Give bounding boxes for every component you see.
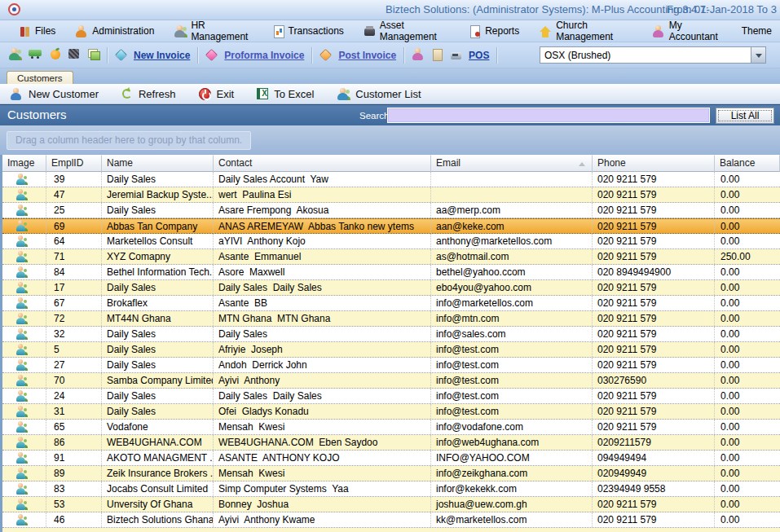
table-row[interactable]: 32Daily SalesDaily Salesinfo@sales.com02…: [2, 327, 780, 342]
customer-avatar-icon: [15, 282, 29, 294]
cell-emplid: 84: [46, 265, 102, 279]
cell-emplid: 64: [46, 234, 102, 248]
menu-item-files[interactable]: Files: [11, 23, 64, 40]
dropdown-button[interactable]: [751, 47, 765, 63]
table-row[interactable]: 64Marketellos ConsultaYIVI Anthony Kojoa…: [2, 234, 780, 249]
table-row[interactable]: 5Daily SalesAfriyie Josephinfo@test.com0…: [2, 342, 780, 358]
accountant-person-button[interactable]: [412, 48, 425, 63]
table-row[interactable]: 84Bethel Information Tech...Asore Maxwel…: [2, 265, 780, 280]
table-row[interactable]: 86WEB4UGHANA.COMWEB4UGHANA.COM Eben Sayd…: [2, 435, 780, 451]
page-title: Customers: [7, 108, 67, 121]
cards-button[interactable]: [87, 48, 99, 62]
table-row[interactable]: 39Daily SalesDaily Sales Account Yaw020 …: [2, 172, 780, 187]
menu-item-church-management[interactable]: Church Management: [531, 17, 641, 45]
table-row[interactable]: 27Daily SalesAndoh Derrick Johninfo@test…: [2, 358, 780, 373]
customer-avatar-icon: [15, 437, 29, 449]
refresh-button[interactable]: Refresh: [121, 88, 176, 100]
cell-phone: 020 9211 579: [593, 327, 715, 341]
table-row[interactable]: 72MT44N GhanaMTN Ghana MTN Ghanainfo@mtn…: [2, 311, 780, 327]
cell-image: [2, 296, 46, 310]
table-row[interactable]: 65VodafoneMensah Kwesiinfo@vodafone.com0…: [2, 420, 780, 435]
cell-image: [2, 234, 46, 248]
table-row-selected[interactable]: 69Abbas Tan CompanyANAS AREMEYAW Abbas T…: [2, 218, 780, 234]
sort-ascending-icon: [579, 162, 585, 166]
group-by-drop-zone[interactable]: Drag a column header here to group by th…: [7, 131, 251, 150]
toolbar-link-label: New Invoice: [134, 50, 190, 61]
list-all-button[interactable]: List All: [716, 108, 774, 124]
cell-email: ebo4you@yahoo.com: [431, 280, 593, 295]
cell-phone: 020 9211 579: [593, 187, 715, 202]
menu-item-reports[interactable]: Reports: [461, 23, 527, 40]
column-header-image[interactable]: Image: [2, 155, 46, 172]
table-row[interactable]: 70Samba Company LimitedAyivi Anthonyinfo…: [2, 373, 780, 389]
table-row[interactable]: 89Zeik Insurance Brokers ...Mensah Kwesi…: [2, 466, 780, 481]
menu-item-label: Theme: [742, 25, 772, 37]
table-row[interactable]: 47Jeremial Backup Syste...wert Paulina E…: [2, 187, 780, 203]
add-customer-button[interactable]: [8, 48, 21, 63]
post-invoice-button[interactable]: Post Invoice: [319, 50, 396, 61]
table-row[interactable]: 25Daily SalesAsare Frempong Akosuaaa@mer…: [2, 203, 780, 218]
menu-item-label: Asset Management: [380, 20, 450, 42]
menu-item-theme[interactable]: Theme: [734, 23, 780, 39]
cell-phone: 020 9211 579: [593, 234, 715, 248]
column-header-emplid[interactable]: EmplID: [46, 155, 102, 172]
menu-item-hr-management[interactable]: HR Management: [165, 17, 260, 45]
toolbar-separator: [311, 47, 312, 64]
accountant-person-icon: [412, 48, 425, 60]
orange-fruit-button[interactable]: [50, 48, 61, 62]
menu-item-administration[interactable]: Administration: [67, 23, 162, 40]
tab-strip: Customers: [0, 68, 780, 84]
exit-button[interactable]: Exit: [199, 88, 235, 100]
cell-email: info@vodafone.com: [431, 420, 593, 434]
cell-emplid: 86: [46, 435, 102, 450]
theme-dropdown[interactable]: OSX (Brushed): [540, 46, 766, 64]
notes-button[interactable]: [432, 48, 443, 63]
to-excel-button[interactable]: To Excel: [257, 88, 314, 100]
new-invoice-diamond-icon: [115, 49, 128, 62]
new-customer-button[interactable]: New Customer: [10, 88, 99, 100]
proforma-invoice-button[interactable]: Proforma Invoice: [205, 50, 304, 61]
cell-balance: 0.00: [715, 373, 780, 388]
customer-avatar-icon: [15, 313, 29, 325]
pos-terminal-icon: [450, 50, 462, 61]
delivery-truck-button[interactable]: [29, 48, 42, 62]
title-bar: Biztech Solutions: (Administrator System…: [0, 0, 780, 20]
ledger-book-button[interactable]: [68, 48, 80, 62]
table-row[interactable]: 46Biztech Solutions GhanaAyivi Anthony K…: [2, 512, 780, 528]
table-row[interactable]: 24Daily SalesDaily Sales Daily Salesinfo…: [2, 389, 780, 404]
table-row[interactable]: 31Daily SalesOfei Gladys Konaduinfo@test…: [2, 404, 780, 420]
tab-customers[interactable]: Customers: [7, 71, 73, 84]
column-header-balance[interactable]: Balance: [715, 155, 780, 172]
table-row-partial[interactable]: [0, 528, 780, 532]
pos-button[interactable]: POS: [450, 50, 489, 61]
menu-item-asset-management[interactable]: Asset Management: [355, 17, 458, 45]
chevron-down-icon: [756, 54, 762, 61]
table-row[interactable]: 53Unversity Of GhanaBonney Joshuajoshua@…: [2, 497, 780, 512]
column-header-email[interactable]: Email: [431, 155, 593, 172]
action-button-label: Refresh: [139, 88, 176, 100]
menu-item-my-accountant[interactable]: My Accountant: [644, 17, 730, 45]
table-row[interactable]: 83Jocabs Consult LimitedSimp Computer Sy…: [2, 481, 780, 497]
table-row[interactable]: 17Daily SalesDaily Sales Daily Salesebo4…: [2, 280, 780, 296]
excel-icon: [257, 88, 268, 99]
search-customer-input[interactable]: [388, 108, 709, 122]
customer-list-button[interactable]: Customer List: [337, 88, 421, 100]
cell-balance: 0.00: [715, 280, 780, 295]
cell-emplid: 31: [46, 404, 102, 419]
new-customer-icon: [10, 88, 23, 100]
table-row[interactable]: 91AKOTO MANAGMENT ...ASANTE ANTHONY KOJO…: [2, 451, 780, 466]
exit-icon: [199, 88, 211, 100]
column-header-phone[interactable]: Phone: [593, 155, 715, 172]
cell-balance: 0.00: [715, 512, 780, 527]
new-invoice-button[interactable]: New Invoice: [115, 50, 190, 61]
cell-contact: Asore Maxwell: [214, 265, 431, 279]
customer-avatar-icon: [15, 406, 29, 418]
column-header-contact[interactable]: Contact: [214, 155, 431, 172]
customer-avatar-icon: [15, 483, 29, 495]
toolbar-separator: [197, 47, 198, 64]
cell-name: Daily Sales: [102, 404, 214, 419]
table-row[interactable]: 71XYZ ComapnyAsante Emmanuelas@hotmail.c…: [2, 249, 780, 265]
table-row[interactable]: 67BrokaflexAsante BBinfo@marketellos.com…: [2, 296, 780, 311]
column-header-name[interactable]: Name: [102, 155, 214, 172]
menu-item-transactions[interactable]: Transactions: [264, 23, 352, 40]
